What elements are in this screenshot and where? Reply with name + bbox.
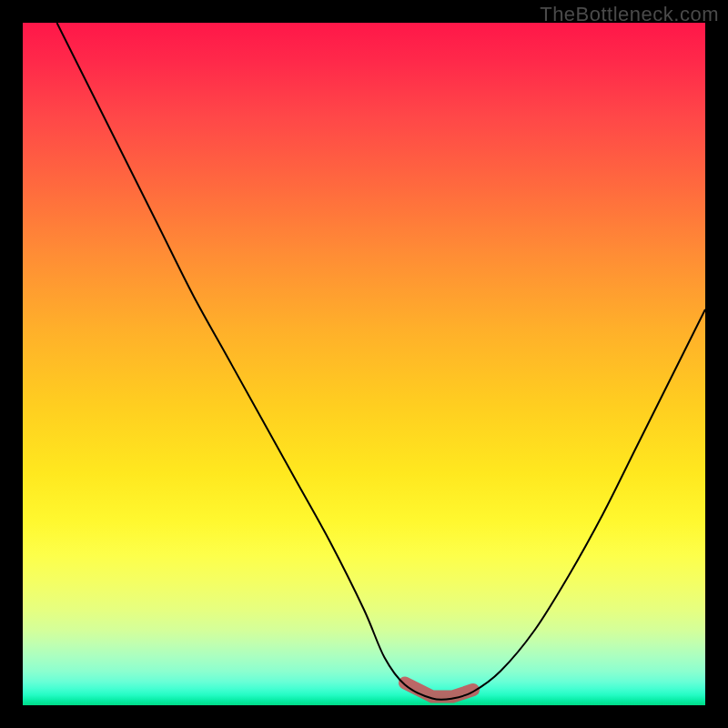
plot-area xyxy=(23,23,705,705)
chart-frame: TheBottleneck.com xyxy=(0,0,728,728)
bottleneck-curve xyxy=(57,23,706,700)
optimal-range-marker xyxy=(405,683,473,697)
curve-svg xyxy=(23,23,705,705)
watermark-text: TheBottleneck.com xyxy=(540,3,719,26)
